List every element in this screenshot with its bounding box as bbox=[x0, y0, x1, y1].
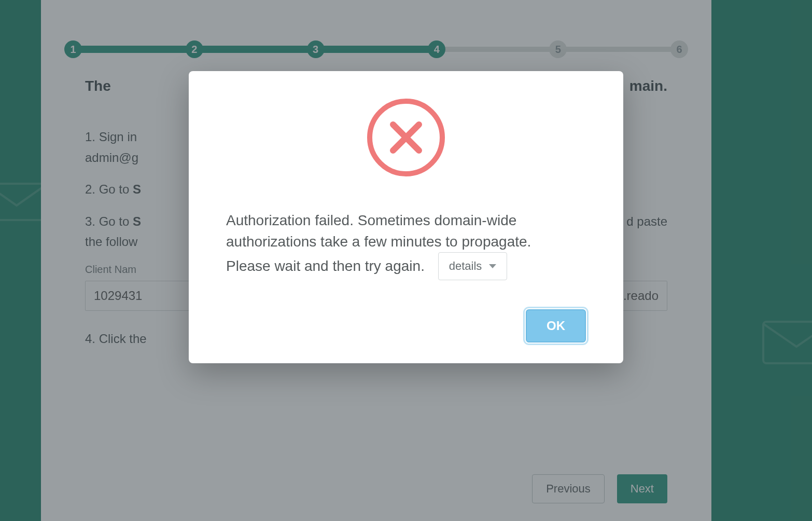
details-button[interactable]: details bbox=[438, 252, 508, 280]
modal-message-line2: authorizations take a few minutes to pro… bbox=[226, 234, 531, 250]
error-x-icon bbox=[365, 96, 447, 179]
details-label: details bbox=[449, 258, 482, 275]
modal-message-line1: Authorization failed. Sometimes domain-w… bbox=[226, 212, 516, 228]
modal-message-line3: Please wait and then try again. bbox=[226, 258, 425, 274]
error-modal: Authorization failed. Sometimes domain-w… bbox=[189, 71, 623, 363]
ok-button[interactable]: OK bbox=[526, 309, 586, 342]
modal-message: Authorization failed. Sometimes domain-w… bbox=[226, 210, 586, 280]
chevron-down-icon bbox=[489, 264, 496, 268]
